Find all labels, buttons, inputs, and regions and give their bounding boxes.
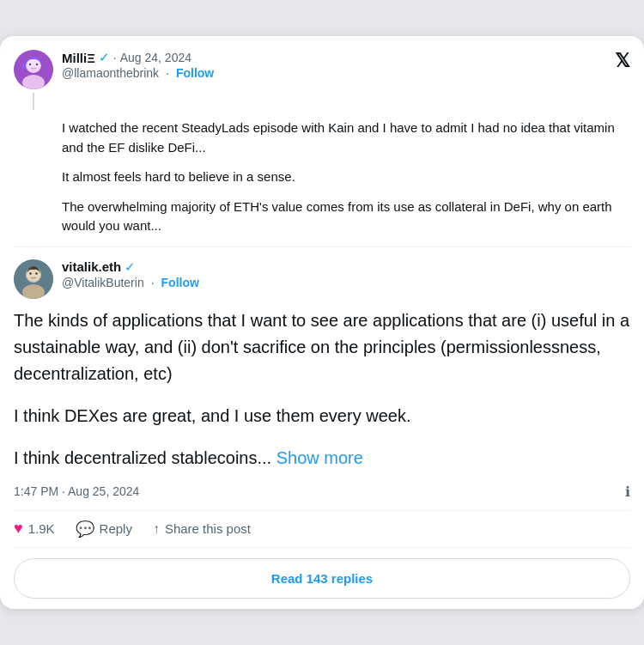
svg-point-11 [35,272,38,275]
millie-handle: @llamaonthebrink [62,66,159,80]
share-icon: ↑ [153,521,160,537]
vitalik-user-info: vitalik.eth ✓ @VitalikButerin · Follow [62,259,630,289]
quoted-tweet-body: I watched the recent SteadyLads episode … [62,110,630,236]
vitalik-follow-button[interactable]: Follow [161,276,199,289]
main-tweet-text-1: The kinds of applications that I want to… [14,307,630,387]
millie-avatar [14,50,53,89]
heart-count: 1.9K [28,521,55,536]
share-label: Share this post [165,521,251,536]
quoted-tweet-text-2: It almost feels hard to believe in a sen… [62,167,630,187]
tweet-container: MilliΞ ✓ · Aug 24, 2024 @llamaonthebrink… [0,36,644,599]
x-logo: 𝕏 [615,50,630,72]
actions-row: ♥ 1.9K 💬 Reply ↑ Share this post [14,511,630,548]
show-more-link[interactable]: Show more [276,448,363,467]
quoted-tweet-header: MilliΞ ✓ · Aug 24, 2024 @llamaonthebrink… [14,50,630,110]
svg-point-5 [36,64,38,65]
info-icon[interactable]: ℹ [625,484,630,500]
reply-label: Reply [100,521,132,536]
millie-timestamp: Aug 24, 2024 [120,51,191,64]
vitalik-name: vitalik.eth [62,259,121,274]
vitalik-avatar [14,259,53,299]
main-tweet-text-3: I think decentralized stablecoins... Sho… [14,445,630,472]
svg-point-4 [29,64,31,65]
heart-action[interactable]: ♥ 1.9K [14,520,55,538]
heart-icon: ♥ [14,520,23,538]
tweet-card: MilliΞ ✓ · Aug 24, 2024 @llamaonthebrink… [0,36,644,609]
main-tweet-body: The kinds of applications that I want to… [14,307,630,472]
millie-verified-icon: ✓ [99,50,110,65]
thread-line [33,93,34,110]
main-tweet-header: vitalik.eth ✓ @VitalikButerin · Follow [14,259,630,299]
main-tweet: vitalik.eth ✓ @VitalikButerin · Follow T… [14,247,630,599]
millie-user-info: MilliΞ ✓ · Aug 24, 2024 @llamaonthebrink… [62,50,630,80]
quoted-tweet-text-3: The overwhelming majority of ETH's value… [62,198,630,236]
millie-name: MilliΞ [62,51,95,65]
reply-action[interactable]: 💬 Reply [76,520,132,539]
share-action[interactable]: ↑ Share this post [153,521,251,537]
main-tweet-timestamp: 1:47 PM · Aug 25, 2024 [14,484,139,498]
vitalik-verified-icon: ✓ [125,259,136,275]
svg-point-10 [29,272,32,275]
reply-icon: 💬 [76,520,94,539]
read-replies-button[interactable]: Read 143 replies [14,558,630,599]
vitalik-handle: @VitalikButerin [62,276,144,289]
main-tweet-timestamp-row: 1:47 PM · Aug 25, 2024 ℹ [14,484,630,511]
quoted-tweet: MilliΞ ✓ · Aug 24, 2024 @llamaonthebrink… [14,50,630,247]
millie-follow-button[interactable]: Follow [176,66,214,80]
quoted-tweet-text-1: I watched the recent SteadyLads episode … [62,119,630,157]
main-tweet-text-2: I think DEXes are great, and I use them … [14,403,630,429]
read-replies-text: Read 143 replies [271,571,373,586]
quoted-tweet-body-wrapper: I watched the recent SteadyLads episode … [14,110,630,236]
